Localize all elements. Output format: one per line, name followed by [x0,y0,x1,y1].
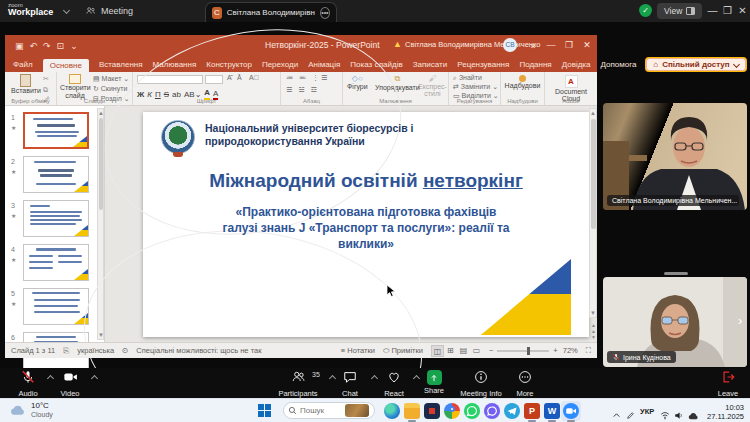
search-input[interactable] [300,406,342,415]
doc-tab-menu-icon[interactable]: ••• [320,7,330,19]
file-explorer-icon[interactable] [404,403,420,419]
ribbon-display-icon[interactable]: ⌅ [525,35,541,56]
video-tile-2[interactable]: Ірина Кудінова [603,277,747,367]
share-access-button[interactable]: ⌂ Спільний доступ [646,58,745,71]
panel-scroll-up-icon[interactable]: ▲ [98,109,103,117]
view-slideshow-button[interactable]: ▭ [470,345,483,357]
language-indicator[interactable]: УКР [640,407,654,416]
paste-button[interactable]: Вставити [11,74,41,94]
slide-thumb-2[interactable]: 2 ★ [11,156,97,194]
search-box[interactable] [283,402,375,419]
replace-button[interactable]: ⇄ Замінити ⌄ [453,83,498,91]
slide-canvas[interactable]: Національний університет біоресурсів і п… [143,112,589,337]
slide-thumb-4[interactable]: 4 ★ [11,244,97,282]
zoom-in-button[interactable]: + [553,346,557,355]
clock[interactable]: 10:03 27.11.2025 [700,403,744,422]
more-button[interactable]: More [503,370,547,398]
find-button[interactable]: ⌕ Знайти [453,74,482,82]
tab-help[interactable]: Довідка [562,60,591,69]
leave-button[interactable]: Leave [706,370,750,398]
audio-button[interactable]: Audio [6,370,50,398]
copy-icon[interactable]: ⧉ [43,85,50,96]
notes-button[interactable]: ≡ Нотатки [341,346,375,355]
redo-icon[interactable]: ↷ [43,41,51,51]
viber-icon[interactable] [484,403,500,419]
addins-button[interactable]: Надбудови [501,75,544,89]
pen-icon[interactable] [626,406,635,422]
edge-icon[interactable] [384,403,400,419]
ppt-minimize-button[interactable]: — [543,35,559,56]
cut-icon[interactable]: ✂ [43,74,50,85]
fit-slide-button[interactable]: ⛶ [586,346,591,356]
slide-scrollbar[interactable]: ▲ ▼ [589,108,597,318]
video-button[interactable]: Video [48,370,92,398]
ppt-close-button[interactable]: ✕ [579,35,595,56]
slide-scroll-up-icon[interactable]: ▲ [590,109,596,117]
zoom-slider[interactable] [497,350,549,352]
zoom-percent[interactable]: 72% [563,346,578,355]
prev-slide-button[interactable]: ▲▲ [590,322,597,334]
zoom-out-button[interactable]: − [489,346,493,355]
share-button[interactable]: Share [412,370,456,395]
app-icon[interactable] [424,403,440,419]
tab-assistance[interactable]: Допомога [600,60,636,69]
word-icon[interactable]: W [544,403,560,419]
slide-scroll-down-icon[interactable]: ▼ [590,309,596,317]
quick-styles-button[interactable]: 🖌 Експрес-стилі [417,74,448,98]
tray-expand-icon[interactable] [612,406,621,422]
slide-thumb-1[interactable]: 1 ★ [11,112,97,150]
tab-review[interactable]: Рецензування [457,60,509,69]
meeting-info-button[interactable]: Meeting Info [453,370,509,398]
security-shield-icon[interactable]: ✓ [639,4,652,17]
zoom-maximize-button[interactable]: ❐ [720,0,735,22]
undo-icon[interactable]: ↶ [30,41,38,51]
slideshow-icon[interactable]: ⊡ [57,41,65,51]
participants-button[interactable]: Participants 35 [272,370,324,398]
react-button[interactable]: React [372,370,416,398]
ppt-account-avatar[interactable]: СВ [503,38,517,52]
tab-home[interactable]: Основне [43,59,89,72]
ppt-restore-button[interactable]: ❐ [561,35,577,56]
new-slide-button[interactable]: Створити слайд [60,74,90,99]
tab-file[interactable]: Файл [13,60,33,69]
start-button[interactable] [258,404,271,417]
accessibility-status[interactable]: Спеціальні можливості: щось не так [136,346,261,355]
video-caret-icon[interactable] [91,375,98,382]
zoom-close-button[interactable]: ✕ [735,0,750,22]
comments-button[interactable]: ⬭ Примітки [383,346,423,356]
zoom-app-icon[interactable] [563,403,579,419]
view-sorter-button[interactable]: ⊞ [444,345,457,357]
view-button[interactable]: View [657,3,702,19]
weather-widget[interactable]: 10°C Cloudy [10,402,53,418]
layout-button[interactable]: ▤ Макет ⌄ [93,74,130,84]
view-reading-button[interactable]: ▤ [457,345,470,357]
powerpoint-icon[interactable]: P [524,403,540,419]
language-label[interactable]: українська [77,346,114,355]
spellcheck-icon[interactable]: ⎘ [63,346,69,356]
whatsapp-icon[interactable] [464,403,480,419]
slide-thumb-3[interactable]: 3 ★ [11,200,97,238]
next-videos-chevron[interactable]: › [738,313,742,328]
workspace-chevron-icon[interactable] [63,7,70,14]
chat-button[interactable]: Chat [328,370,372,398]
view-normal-button[interactable]: ◫ [431,345,444,357]
meeting-tab[interactable]: Meeting [86,0,133,22]
videos-divider-handle[interactable] [664,272,688,275]
onedrive-icon[interactable] [688,406,699,422]
ppt-account-name[interactable]: Світлана Володимирівна Мельниченко [405,40,541,49]
telegram-icon[interactable] [504,403,520,419]
qat-caret-icon[interactable]: ⌄ [70,41,78,51]
search-highlight-image[interactable] [345,404,369,417]
save-icon[interactable]: ▣ [15,41,24,51]
video-tile-1[interactable]: Світлана Володимирівна Мельничен... [603,103,747,210]
reset-button[interactable]: ↻ Скинути [93,84,130,94]
tab-view[interactable]: Подання [519,60,551,69]
zoom-minimize-button[interactable]: — [705,0,720,22]
volume-icon[interactable] [674,406,684,422]
chrome-icon[interactable] [444,403,460,419]
tab-record[interactable]: Записати [413,60,448,69]
tab-insert[interactable]: Вставлення [99,60,143,69]
wifi-icon[interactable] [660,406,670,422]
sync-warning-icon[interactable]: ▲ [393,39,402,49]
doc-tab[interactable]: C Світлана Володимирівна Мель ••• [205,2,337,22]
